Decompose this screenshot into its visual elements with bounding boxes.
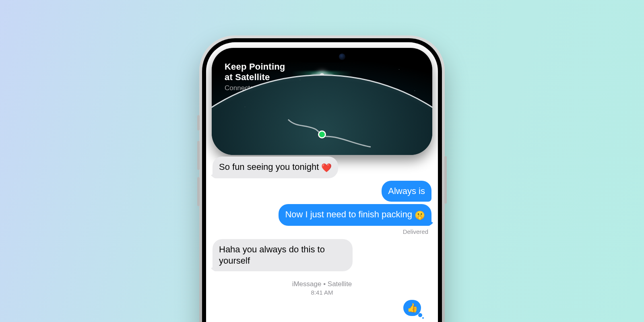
message-text: Always is	[388, 186, 425, 196]
message-row-outgoing: Now I just need to finish packing 🤫	[213, 204, 431, 226]
message-thread[interactable]: So fun seeing you tonight ❤️ Always is N…	[206, 154, 438, 322]
message-bubble-incoming[interactable]: Haha you always do this to yourself	[213, 239, 353, 271]
thread-meta: iMessage • Satellite 8:41 AM	[213, 280, 431, 296]
phone-screen: Keep Pointing at Satellite Connected	[206, 42, 438, 322]
message-text: Now I just need to finish packing	[285, 209, 415, 219]
delivered-status: Delivered	[213, 228, 428, 235]
satellite-title-line2: at Satellite	[225, 72, 270, 82]
phone-bezel: Keep Pointing at Satellite Connected	[202, 38, 442, 322]
message-text: So fun seeing you tonight	[219, 162, 321, 172]
tapback-thumbs-up[interactable]: 👍	[403, 300, 421, 316]
phone-frame: Keep Pointing at Satellite Connected	[199, 35, 445, 322]
message-bubble-incoming[interactable]: So fun seeing you tonight ❤️	[213, 157, 338, 178]
thread-meta-label: iMessage • Satellite	[213, 280, 431, 288]
power-button[interactable]	[444, 156, 447, 204]
message-bubble-outgoing[interactable]: Now I just need to finish packing 🤫	[279, 204, 431, 226]
message-row-outgoing: Always is	[213, 181, 431, 202]
tapback-reaction: 👍	[213, 300, 431, 316]
volume-up-button[interactable]	[197, 141, 200, 170]
front-camera-icon	[339, 54, 345, 60]
satellite-dynamic-island[interactable]: Keep Pointing at Satellite Connected	[212, 48, 432, 155]
message-bubble-outgoing[interactable]: Always is	[382, 181, 431, 202]
shush-emoji-icon: 🤫	[415, 211, 425, 220]
message-row-incoming: So fun seeing you tonight ❤️	[213, 157, 431, 178]
thumbs-up-emoji-icon: 👍	[407, 303, 418, 313]
satellite-title-line1: Keep Pointing	[225, 62, 285, 72]
thread-meta-time: 8:41 AM	[213, 289, 431, 296]
volume-down-button[interactable]	[197, 177, 200, 206]
message-row-incoming: Haha you always do this to yourself	[213, 239, 431, 271]
silence-switch[interactable]	[197, 115, 200, 130]
heart-emoji-icon: ❤️	[321, 163, 332, 172]
location-dot-icon	[318, 130, 326, 138]
message-text: Haha you always do this to yourself	[219, 244, 325, 266]
